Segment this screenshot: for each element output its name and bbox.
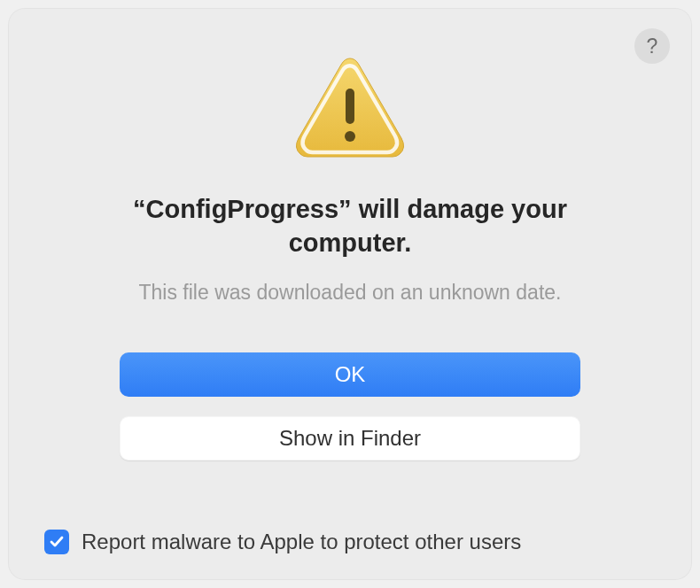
svg-point-1 [345, 131, 355, 142]
report-malware-row: Report malware to Apple to protect other… [44, 530, 521, 554]
report-malware-checkbox[interactable] [44, 530, 69, 554]
ok-button[interactable]: OK [120, 352, 580, 397]
checkmark-icon [49, 534, 65, 550]
report-malware-label: Report malware to Apple to protect other… [82, 530, 521, 554]
svg-rect-0 [346, 89, 354, 124]
ok-button-label: OK [335, 362, 366, 387]
dialog-title: “ConfigProgress” will damage your comput… [84, 193, 616, 259]
show-in-finder-label: Show in Finder [279, 426, 421, 451]
question-mark-icon: ? [647, 35, 658, 58]
warning-icon [292, 50, 408, 165]
dialog-subtitle: This file was downloaded on an unknown d… [139, 281, 562, 305]
show-in-finder-button[interactable]: Show in Finder [120, 416, 580, 460]
button-container: OK Show in Finder [120, 352, 580, 460]
alert-dialog: ? “ConfigProgress” will damage your comp… [9, 9, 691, 579]
help-button[interactable]: ? [634, 28, 670, 64]
